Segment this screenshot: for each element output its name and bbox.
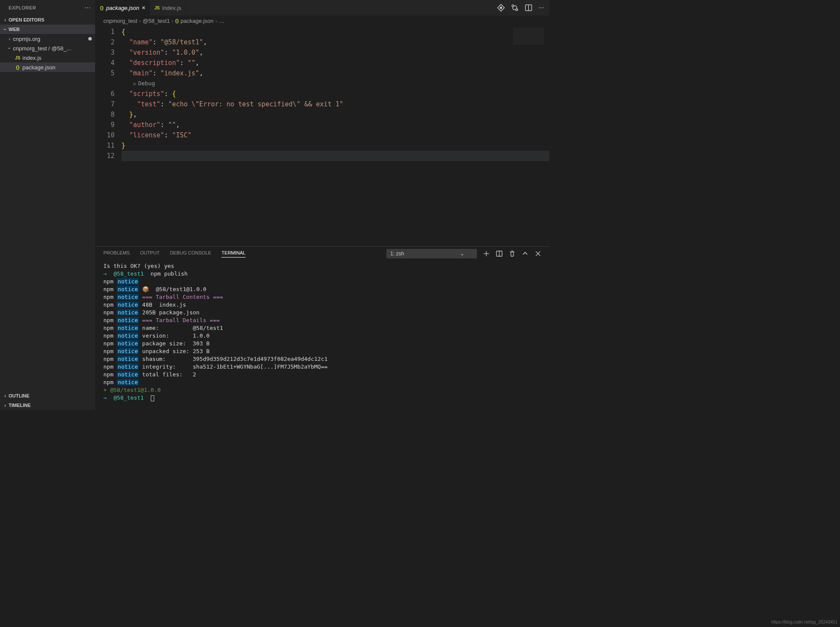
open-editors-section[interactable]: › OPEN EDITORS	[0, 15, 95, 25]
close-panel-icon[interactable]	[535, 250, 541, 257]
editor-area: {} package.json × JS index.js ···	[96, 0, 549, 410]
code-editor[interactable]: 1 2 3 4 5 . 6 7 8 9 10 11 12 { "name": "…	[96, 26, 549, 246]
tree-folder-cnpmorg-test[interactable]: › cnpmorg_test / @58_...	[0, 43, 95, 53]
file-label: index.js	[22, 55, 41, 61]
chevron-right-icon: ›	[139, 18, 141, 24]
new-terminal-icon[interactable]	[483, 250, 490, 257]
line-gutter: 1 2 3 4 5 . 6 7 8 9 10 11 12	[96, 26, 121, 246]
debug-codelens[interactable]: ▷Debug	[121, 78, 549, 89]
js-file-icon: JS	[154, 6, 159, 10]
tree-file-indexjs[interactable]: JS index.js	[0, 53, 95, 62]
close-icon[interactable]: ×	[142, 4, 145, 11]
chevron-down-icon: ⌄	[460, 251, 464, 257]
split-editor-icon[interactable]	[525, 4, 532, 12]
workspace-root-label: WEB	[9, 27, 20, 32]
folder-label: cnpmjs.org	[13, 36, 40, 42]
timeline-label: TIMELINE	[9, 403, 31, 408]
breadcrumb-item[interactable]: @58_test1	[143, 18, 170, 24]
kill-terminal-icon[interactable]	[509, 250, 516, 257]
more-icon[interactable]: ···	[538, 4, 544, 12]
svg-point-1	[512, 5, 514, 7]
explorer-sidebar: EXPLORER ··· › OPEN EDITORS › WEB › cnpm…	[0, 0, 96, 410]
tree-folder-cnpmjs[interactable]: › cnpmjs.org	[0, 34, 95, 43]
chevron-right-icon: ›	[215, 18, 217, 24]
tab-packagejson[interactable]: {} package.json ×	[96, 0, 150, 16]
tab-label: package.json	[106, 5, 140, 11]
file-label: package.json	[22, 64, 56, 71]
json-file-icon: {}	[13, 65, 22, 70]
svg-point-2	[516, 9, 518, 11]
split-terminal-icon[interactable]	[496, 250, 503, 257]
json-file-icon: {}	[175, 18, 179, 23]
terminal-output[interactable]: Is this OK? (yes) yes → @58_test1 npm pu…	[96, 261, 549, 410]
panel-tabs: PROBLEMS OUTPUT DEBUG CONSOLE TERMINAL 1…	[96, 247, 549, 261]
file-tree: › cnpmjs.org › cnpmorg_test / @58_... JS…	[0, 34, 95, 72]
chevron-right-icon: ›	[2, 393, 9, 398]
bottom-panel: PROBLEMS OUTPUT DEBUG CONSOLE TERMINAL 1…	[96, 246, 549, 410]
minimap[interactable]	[513, 28, 544, 45]
chevron-down-icon: ›	[7, 45, 12, 52]
outline-label: OUTLINE	[9, 393, 29, 398]
chevron-down-icon: ›	[3, 26, 8, 33]
terminal-select-label: 1: zsh	[390, 251, 404, 257]
tab-label: index.js	[162, 5, 181, 11]
terminal-cursor	[151, 395, 154, 401]
workspace-root-section[interactable]: › WEB	[0, 25, 95, 34]
explorer-title: EXPLORER	[9, 5, 36, 10]
tab-terminal[interactable]: TERMINAL	[221, 250, 246, 258]
explorer-more-icon[interactable]: ···	[84, 4, 91, 12]
svg-point-0	[500, 6, 502, 9]
tabbar-actions: ···	[497, 0, 549, 16]
chevron-right-icon: ›	[171, 18, 173, 24]
maximize-panel-icon[interactable]	[522, 250, 529, 257]
terminal-line: Is this OK? (yes) yes	[103, 262, 541, 270]
breadcrumb-item[interactable]: package.json	[180, 18, 214, 24]
tab-output[interactable]: OUTPUT	[140, 250, 159, 257]
compare-icon[interactable]	[511, 4, 519, 12]
chevron-right-icon: ›	[2, 403, 9, 408]
explorer-header: EXPLORER ···	[0, 0, 95, 15]
tab-debug-console[interactable]: DEBUG CONSOLE	[170, 250, 211, 257]
source-control-icon[interactable]	[497, 4, 505, 12]
breadcrumb-item[interactable]: cnpmorg_test	[103, 18, 137, 24]
code-content[interactable]: { "name": "@58/test1", "version": "1.0.0…	[121, 26, 549, 246]
open-editors-label: OPEN EDITORS	[9, 17, 44, 22]
folder-label: cnpmorg_test / @58_...	[13, 45, 71, 52]
terminal-select[interactable]: 1: zsh ⌄	[386, 249, 477, 258]
js-file-icon: JS	[13, 56, 22, 60]
outline-section[interactable]: › OUTLINE	[0, 391, 95, 400]
breadcrumb-item: …	[219, 18, 224, 24]
tab-indexjs[interactable]: JS index.js	[150, 0, 186, 16]
breadcrumb[interactable]: cnpmorg_test › @58_test1 › {} package.js…	[96, 16, 549, 26]
tree-file-packagejson[interactable]: {} package.json	[0, 62, 95, 72]
chevron-right-icon: ›	[6, 36, 13, 41]
modified-dot-icon	[88, 37, 92, 40]
json-file-icon: {}	[100, 5, 104, 10]
chevron-right-icon: ›	[2, 17, 9, 22]
tab-problems[interactable]: PROBLEMS	[103, 250, 130, 257]
tab-bar: {} package.json × JS index.js ···	[96, 0, 549, 16]
timeline-section[interactable]: › TIMELINE	[0, 400, 95, 410]
